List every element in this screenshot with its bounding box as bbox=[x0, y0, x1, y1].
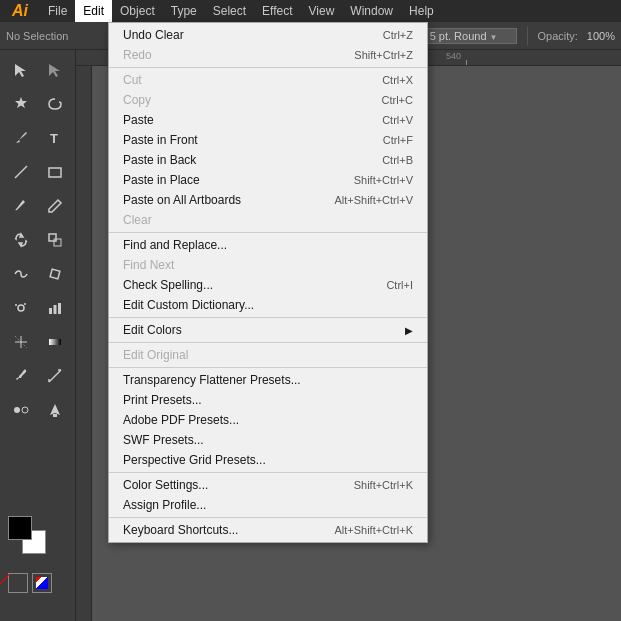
tool-row-2 bbox=[5, 88, 71, 120]
svg-line-1 bbox=[15, 166, 27, 178]
direct-selection-tool[interactable] bbox=[39, 54, 71, 86]
menu-item-cut[interactable]: Cut Ctrl+X bbox=[109, 70, 427, 90]
menu-item-find-next[interactable]: Find Next bbox=[109, 255, 427, 275]
svg-rect-4 bbox=[54, 239, 61, 246]
menu-item-keyboard-shortcuts[interactable]: Keyboard Shortcuts... Alt+Shift+Ctrl+K bbox=[109, 520, 427, 540]
warp-tool[interactable] bbox=[5, 258, 37, 290]
menu-section-keyboard: Keyboard Shortcuts... Alt+Shift+Ctrl+K bbox=[109, 518, 427, 542]
eyedropper-tool[interactable] bbox=[5, 360, 37, 392]
mesh-tool[interactable] bbox=[5, 326, 37, 358]
menu-item-help[interactable]: Help bbox=[401, 0, 442, 22]
opacity-value: 100% bbox=[587, 30, 615, 42]
submenu-arrow-icon: ▶ bbox=[405, 325, 413, 336]
menu-item-paste-back[interactable]: Paste in Back Ctrl+B bbox=[109, 150, 427, 170]
rotate-tool[interactable] bbox=[5, 224, 37, 256]
lasso-tool[interactable] bbox=[39, 88, 71, 120]
rectangle-tool[interactable] bbox=[39, 156, 71, 188]
svg-line-16 bbox=[49, 370, 61, 382]
menu-item-edit-dictionary[interactable]: Edit Custom Dictionary... bbox=[109, 295, 427, 315]
brush-select[interactable]: 5 pt. Round ▼ bbox=[425, 28, 517, 44]
menu-item-find-replace[interactable]: Find and Replace... bbox=[109, 235, 427, 255]
menu-section-original: Edit Original bbox=[109, 343, 427, 368]
menu-item-effect[interactable]: Effect bbox=[254, 0, 300, 22]
svg-rect-10 bbox=[53, 305, 56, 314]
svg-point-19 bbox=[14, 407, 20, 413]
menu-item-pdf-presets[interactable]: Adobe PDF Presets... bbox=[109, 410, 427, 430]
selection-tool[interactable] bbox=[5, 54, 37, 86]
tool-row-3: T bbox=[5, 122, 71, 154]
menu-section-clipboard: Cut Ctrl+X Copy Ctrl+C Paste Ctrl+V Past… bbox=[109, 68, 427, 233]
svg-rect-3 bbox=[49, 234, 56, 241]
menu-item-assign-profile[interactable]: Assign Profile... bbox=[109, 495, 427, 515]
menu-item-undo-clear[interactable]: Undo Clear Ctrl+Z bbox=[109, 25, 427, 45]
pencil-tool[interactable] bbox=[39, 190, 71, 222]
menu-item-file[interactable]: File bbox=[40, 0, 75, 22]
menu-item-swf-presets[interactable]: SWF Presets... bbox=[109, 430, 427, 450]
menu-item-paste-artboards[interactable]: Paste on All Artboards Alt+Shift+Ctrl+V bbox=[109, 190, 427, 210]
svg-point-20 bbox=[22, 407, 28, 413]
type-tool[interactable]: T bbox=[39, 122, 71, 154]
ai-logo: Ai bbox=[4, 0, 36, 22]
measure-tool[interactable] bbox=[39, 360, 71, 392]
symbol-sprayer-tool[interactable] bbox=[5, 292, 37, 324]
menu-item-edit-original[interactable]: Edit Original bbox=[109, 345, 427, 365]
menu-item-copy[interactable]: Copy Ctrl+C bbox=[109, 90, 427, 110]
foreground-color-swatch[interactable] bbox=[8, 516, 32, 540]
tool-row-9 bbox=[5, 326, 71, 358]
menu-item-redo[interactable]: Redo Shift+Ctrl+Z bbox=[109, 45, 427, 65]
menu-section-presets: Transparency Flattener Presets... Print … bbox=[109, 368, 427, 473]
menu-section-undo-redo: Undo Clear Ctrl+Z Redo Shift+Ctrl+Z bbox=[109, 23, 427, 68]
svg-point-7 bbox=[15, 304, 17, 306]
paintbrush-tool[interactable] bbox=[5, 190, 37, 222]
live-paint-tool[interactable] bbox=[39, 394, 71, 426]
gradient-tool[interactable] bbox=[39, 326, 71, 358]
svg-rect-21 bbox=[53, 414, 57, 417]
tool-row-10 bbox=[5, 360, 71, 392]
menu-section-colors: Edit Colors ▶ bbox=[109, 318, 427, 343]
svg-rect-11 bbox=[58, 303, 61, 314]
menu-item-perspective-presets[interactable]: Perspective Grid Presets... bbox=[109, 450, 427, 470]
line-tool[interactable] bbox=[5, 156, 37, 188]
tool-row-6 bbox=[5, 224, 71, 256]
none-stroke-area bbox=[8, 573, 52, 593]
svg-rect-15 bbox=[49, 339, 61, 345]
menu-item-clear[interactable]: Clear bbox=[109, 210, 427, 230]
menu-item-edit-colors[interactable]: Edit Colors ▶ bbox=[109, 320, 427, 340]
svg-rect-2 bbox=[49, 168, 61, 177]
menu-item-color-settings[interactable]: Color Settings... Shift+Ctrl+K bbox=[109, 475, 427, 495]
menu-item-window[interactable]: Window bbox=[342, 0, 401, 22]
menu-item-check-spelling[interactable]: Check Spelling... Ctrl+I bbox=[109, 275, 427, 295]
svg-rect-9 bbox=[49, 308, 52, 314]
tool-row-8 bbox=[5, 292, 71, 324]
none-box[interactable] bbox=[8, 573, 28, 593]
tool-row-7 bbox=[5, 258, 71, 290]
menu-item-paste-front[interactable]: Paste in Front Ctrl+F bbox=[109, 130, 427, 150]
menu-bar: Ai File Edit Object Type Select Effect V… bbox=[0, 0, 621, 22]
menu-item-paste[interactable]: Paste Ctrl+V bbox=[109, 110, 427, 130]
color-mode-box[interactable] bbox=[32, 573, 52, 593]
menu-item-type[interactable]: Type bbox=[163, 0, 205, 22]
ruler-vertical bbox=[76, 66, 92, 621]
menu-item-transparency-presets[interactable]: Transparency Flattener Presets... bbox=[109, 370, 427, 390]
pen-tool[interactable] bbox=[5, 122, 37, 154]
menu-item-print-presets[interactable]: Print Presets... bbox=[109, 390, 427, 410]
tool-row-5 bbox=[5, 190, 71, 222]
svg-point-8 bbox=[24, 303, 26, 305]
menu-item-object[interactable]: Object bbox=[112, 0, 163, 22]
menu-item-select[interactable]: Select bbox=[205, 0, 254, 22]
menu-item-edit[interactable]: Edit bbox=[75, 0, 112, 22]
edit-dropdown-menu: Undo Clear Ctrl+Z Redo Shift+Ctrl+Z Cut … bbox=[108, 22, 428, 543]
magic-wand-tool[interactable] bbox=[5, 88, 37, 120]
menu-item-paste-place[interactable]: Paste in Place Shift+Ctrl+V bbox=[109, 170, 427, 190]
tool-row-4 bbox=[5, 156, 71, 188]
free-transform-tool[interactable] bbox=[39, 258, 71, 290]
blend-tool[interactable] bbox=[5, 394, 37, 426]
scale-tool[interactable] bbox=[39, 224, 71, 256]
menu-section-color-settings: Color Settings... Shift+Ctrl+K Assign Pr… bbox=[109, 473, 427, 518]
svg-rect-5 bbox=[50, 269, 60, 279]
menu-item-view[interactable]: View bbox=[301, 0, 343, 22]
column-graph-tool[interactable] bbox=[39, 292, 71, 324]
menu-section-find: Find and Replace... Find Next Check Spel… bbox=[109, 233, 427, 318]
ai-logo-text: Ai bbox=[12, 3, 28, 19]
left-sidebar: T bbox=[0, 50, 76, 621]
